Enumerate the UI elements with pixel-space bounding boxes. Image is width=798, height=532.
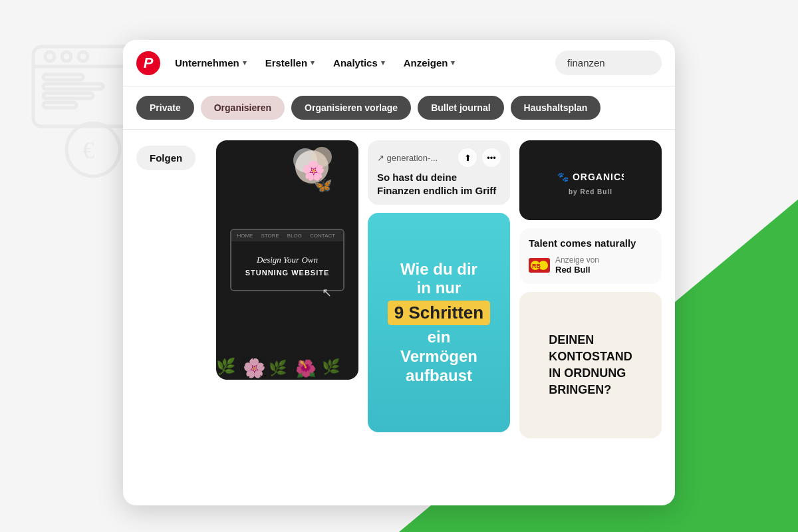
chip-label: Organisieren vorlage [305, 102, 398, 113]
finanzen-link: ↗ generation-... [377, 153, 438, 163]
left-panel: Folgen [136, 140, 216, 491]
svg-text:🌿: 🌿 [216, 356, 236, 376]
svg-text:🌿: 🌿 [269, 359, 287, 377]
organics-logo: 🐾 ORGANICS by Red Bull [557, 166, 624, 196]
cyan-highlight: 9 Schritten [388, 301, 490, 325]
svg-text:🌸: 🌸 [243, 357, 266, 379]
chip-label: Private [150, 102, 181, 113]
bottom-flower-decoration: 🌿 🌸 🌿 🌺 🌿 [216, 327, 358, 380]
talent-title: Talent comes naturally [529, 237, 652, 249]
nav-link-blog: BLOG [287, 233, 302, 239]
chip-private[interactable]: Private [136, 96, 194, 120]
svg-rect-6 [43, 84, 103, 89]
konto-line1: DEINEN [549, 332, 632, 348]
nav-item-unternehmen[interactable]: Unternehmen ▾ [167, 52, 255, 74]
chevron-down-icon: ▾ [381, 59, 385, 67]
cyan-card-content: Wie du dir in nur 9 Schritten ein Vermög… [388, 260, 490, 386]
logo-letter: P [144, 55, 154, 72]
chip-organisieren-vorlage[interactable]: Organisieren vorlage [291, 96, 411, 120]
chip-label: Organisieren [214, 102, 271, 113]
redbull-logo: RB [529, 258, 550, 273]
nav-item-analytics[interactable]: Analytics ▾ [325, 52, 393, 74]
design-website-card-inner: HOME STORE BLOG CONTACT ☰ Design Your Ow… [230, 229, 344, 291]
pin-talent[interactable]: Talent comes naturally RB Anzeige von [519, 228, 662, 284]
svg-text:RB: RB [532, 263, 541, 269]
svg-text:🌿: 🌿 [322, 358, 340, 376]
search-input[interactable] [555, 51, 662, 75]
svg-text:🌺: 🌺 [295, 358, 317, 379]
svg-point-2 [45, 52, 55, 61]
cyan-line2: in nur [388, 279, 490, 298]
save-icon[interactable]: ⬆ [458, 148, 477, 167]
nav-item-anzeigen[interactable]: Anzeigen ▾ [396, 52, 464, 74]
konto-line4: BRINGEN? [549, 382, 632, 398]
ad-label: Anzeige von [555, 255, 599, 265]
svg-rect-5 [43, 74, 83, 80]
pinterest-logo[interactable]: P [136, 51, 160, 75]
pins-column-2: ↗ generation-... ⬆ ••• So hast du deine … [368, 140, 510, 491]
chip-bullet-journal[interactable]: Bullet journal [418, 96, 503, 120]
talent-ad-row: RB Anzeige von Red Bull [529, 255, 652, 275]
ad-info: Anzeige von Red Bull [555, 255, 599, 275]
svg-text:🐾 ORGANICS: 🐾 ORGANICS [557, 172, 624, 183]
nav-label-anzeigen: Anzeigen [404, 57, 448, 68]
svg-rect-7 [43, 93, 93, 98]
cyan-line3: ein [388, 328, 490, 347]
cyan-line1: Wie du dir [388, 260, 490, 279]
menu-icon: ☰ [343, 233, 344, 239]
pin-design-website[interactable]: 🌸 🦋 HOME STORE BLOG CONTACT ☰ [216, 140, 358, 380]
cyan-line4: Vermögen [388, 347, 490, 366]
nav-label-erstellen: Erstellen [265, 57, 307, 68]
pin-konto[interactable]: DEINEN KONTOSTAND IN ORDNUNG BRINGEN? [519, 292, 662, 438]
chip-organisieren[interactable]: Organisieren [201, 96, 285, 120]
nav-item-erstellen[interactable]: Erstellen ▾ [257, 52, 323, 74]
follow-button-label: Folgen [150, 152, 182, 164]
follow-button[interactable]: Folgen [136, 146, 196, 170]
design-card-title: Design Your Own [241, 255, 332, 266]
konto-line2: KONTOSTAND [549, 348, 632, 365]
navbar: P Unternehmen ▾ Erstellen ▾ Analytics ▾ … [123, 40, 675, 86]
cursor-pointer: ↖ [322, 285, 332, 300]
finanzen-top-row: ↗ generation-... ⬆ ••• [377, 148, 501, 167]
chevron-down-icon: ▾ [311, 59, 315, 67]
nav-link-store: STORE [261, 233, 279, 239]
chips-row: Private Organisieren Organisieren vorlag… [123, 86, 675, 130]
finanzen-title: So hast du deine Finanzen endlich im Gri… [377, 171, 501, 197]
chevron-down-icon: ▾ [451, 59, 455, 67]
chip-haushaltsplan[interactable]: Haushaltsplan [511, 96, 601, 120]
nav-label-analytics: Analytics [333, 57, 378, 68]
organics-sub: by Red Bull [569, 188, 612, 196]
nav-label-unternehmen: Unternehmen [175, 57, 239, 68]
design-card-body: Design Your Own STUNNING WEBSITE [231, 241, 342, 290]
nav-link-contact: CONTACT [310, 233, 335, 239]
pins-column-3: 🐾 ORGANICS by Red Bull Talent comes natu… [519, 140, 662, 491]
svg-point-4 [78, 52, 88, 61]
pins-columns: 🌸 🦋 HOME STORE BLOG CONTACT ☰ [216, 140, 662, 491]
svg-rect-8 [43, 102, 76, 108]
svg-point-3 [62, 52, 71, 61]
design-card-topbar: HOME STORE BLOG CONTACT ☰ [231, 230, 342, 241]
design-card-subtitle: STUNNING WEBSITE [241, 269, 332, 277]
chevron-down-icon: ▾ [243, 59, 247, 67]
more-options-icon[interactable]: ••• [482, 148, 501, 167]
pin-organics[interactable]: 🐾 ORGANICS by Red Bull [519, 140, 662, 220]
browser-card: P Unternehmen ▾ Erstellen ▾ Analytics ▾ … [123, 40, 675, 505]
konto-line3: IN ORDNUNG [549, 365, 632, 382]
pin-finanzen-header[interactable]: ↗ generation-... ⬆ ••• So hast du deine … [368, 140, 510, 205]
svg-text:€: € [82, 137, 94, 164]
chip-label: Bullet journal [431, 102, 490, 113]
konto-text-content: DEINEN KONTOSTAND IN ORDNUNG BRINGEN? [549, 332, 632, 399]
chip-label: Haushaltsplan [524, 102, 588, 113]
content-area: Folgen 🌸 🦋 [123, 130, 675, 502]
pins-column-1: 🌸 🦋 HOME STORE BLOG CONTACT ☰ [216, 140, 358, 491]
finanzen-action-icons: ⬆ ••• [458, 148, 501, 167]
brand-name: Red Bull [555, 265, 599, 275]
cyan-line5: aufbaust [388, 366, 490, 386]
pin-9-schritte[interactable]: Wie du dir in nur 9 Schritten ein Vermög… [368, 213, 510, 432]
butterfly-decoration: 🦋 [314, 177, 332, 194]
nav-link-home: HOME [237, 233, 253, 239]
